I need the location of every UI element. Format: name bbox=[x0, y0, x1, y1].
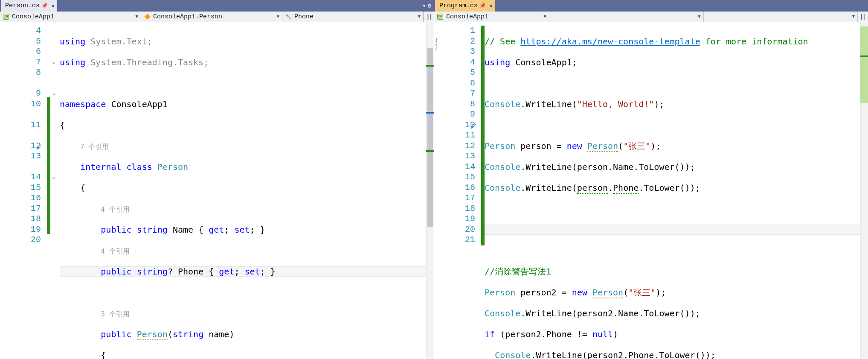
tab-bar-left: Person.cs 📌 ✕ ▾ ⚙ bbox=[0, 0, 434, 12]
chevron-down-icon: ▼ bbox=[543, 14, 546, 19]
code-editor-right[interactable]: { } 12345678910🖌1112131415161718192021 /… bbox=[434, 22, 868, 359]
wrench-icon: 🔧 bbox=[285, 13, 292, 20]
codelens-ref[interactable]: 4 个引用 bbox=[101, 205, 129, 213]
fold-toggle-icon[interactable]: ⌄ bbox=[52, 173, 55, 180]
gear-icon[interactable]: ⚙ bbox=[428, 2, 431, 9]
nav-label: ConsoleApp1 bbox=[446, 13, 488, 20]
code-area[interactable]: // See https://aka.ms/new-console-templa… bbox=[485, 22, 860, 359]
close-icon[interactable]: ✕ bbox=[489, 2, 493, 9]
close-icon[interactable]: ✕ bbox=[51, 2, 55, 9]
tab-person-cs[interactable]: Person.cs 📌 ✕ bbox=[1, 0, 57, 12]
nav-label: Phone bbox=[294, 13, 314, 20]
glyph-margin: { } bbox=[434, 22, 443, 359]
change-bar bbox=[47, 22, 50, 359]
tab-title: Program.cs bbox=[439, 2, 478, 9]
nav-scope-project[interactable]: C# ConsoleApp1 ▼ bbox=[434, 12, 549, 22]
nav-scope-member[interactable]: 🔧 Phone ▼ bbox=[282, 12, 424, 22]
codelens-ref[interactable]: 3 个引用 bbox=[101, 310, 129, 318]
nav-scope-member[interactable]: ▼ bbox=[704, 12, 858, 22]
pin-icon[interactable]: 📌 bbox=[479, 3, 486, 9]
csharp-icon: C# bbox=[3, 14, 9, 20]
tab-title: Person.cs bbox=[5, 2, 40, 9]
tab-overflow-icon[interactable]: ▾ bbox=[422, 2, 426, 9]
line-numbers: 456789101112🖌1314151617181920 bbox=[0, 22, 47, 359]
editor-pane-right: Program.cs 📌 ✕ C# ConsoleApp1 ▼ ▼ ▼ ⫼ { … bbox=[434, 0, 868, 359]
chevron-down-icon: ▼ bbox=[418, 14, 421, 19]
class-icon: 🔶 bbox=[144, 13, 151, 20]
chevron-down-icon: ▼ bbox=[135, 14, 138, 19]
fold-margin: ⌄⌄⌄ bbox=[50, 22, 60, 359]
fold-toggle-icon[interactable]: ⌄ bbox=[52, 58, 55, 65]
nav-scope-class[interactable]: ▼ bbox=[549, 12, 704, 22]
code-editor-left[interactable]: 456789101112🖌1314151617181920 ⌄⌄⌄ using … bbox=[0, 22, 434, 359]
code-block-glyph-icon: { } bbox=[435, 37, 443, 50]
nav-scope-class[interactable]: 🔶 ConsoleApp1.Person ▼ bbox=[141, 12, 282, 22]
code-area[interactable]: using System.Text; using System.Threadin… bbox=[60, 22, 426, 359]
vertical-scrollbar[interactable] bbox=[426, 22, 434, 359]
change-bar bbox=[481, 22, 485, 359]
chevron-down-icon: ▼ bbox=[276, 14, 279, 19]
nav-scope-project[interactable]: C# ConsoleApp1 ▼ bbox=[0, 12, 141, 22]
nav-label: ConsoleApp1.Person bbox=[153, 13, 222, 20]
chevron-down-icon: ▼ bbox=[852, 14, 855, 19]
fold-toggle-icon[interactable]: ⌄ bbox=[52, 89, 55, 96]
tab-program-cs[interactable]: Program.cs 📌 ✕ bbox=[435, 0, 495, 12]
split-vertical-icon[interactable]: ⫼ bbox=[424, 12, 434, 22]
nav-label: ConsoleApp1 bbox=[12, 13, 54, 20]
codelens-ref[interactable]: 7 个引用 bbox=[80, 143, 109, 151]
pin-icon[interactable]: 📌 bbox=[41, 3, 48, 9]
csharp-icon: C# bbox=[437, 14, 443, 20]
split-vertical-icon[interactable]: ⫼ bbox=[858, 12, 868, 22]
editor-pane-left: Person.cs 📌 ✕ ▾ ⚙ C# ConsoleApp1 ▼ 🔶 Con… bbox=[0, 0, 434, 359]
breadcrumb-left: C# ConsoleApp1 ▼ 🔶 ConsoleApp1.Person ▼ … bbox=[0, 12, 434, 22]
line-numbers: 12345678910🖌1112131415161718192021 bbox=[443, 22, 481, 359]
codelens-ref[interactable]: 4 个引用 bbox=[101, 247, 129, 255]
breadcrumb-right: C# ConsoleApp1 ▼ ▼ ▼ ⫼ bbox=[434, 12, 868, 22]
tab-bar-right: Program.cs 📌 ✕ bbox=[434, 0, 868, 12]
chevron-down-icon: ▼ bbox=[698, 14, 701, 19]
vertical-scrollbar[interactable] bbox=[860, 22, 868, 359]
